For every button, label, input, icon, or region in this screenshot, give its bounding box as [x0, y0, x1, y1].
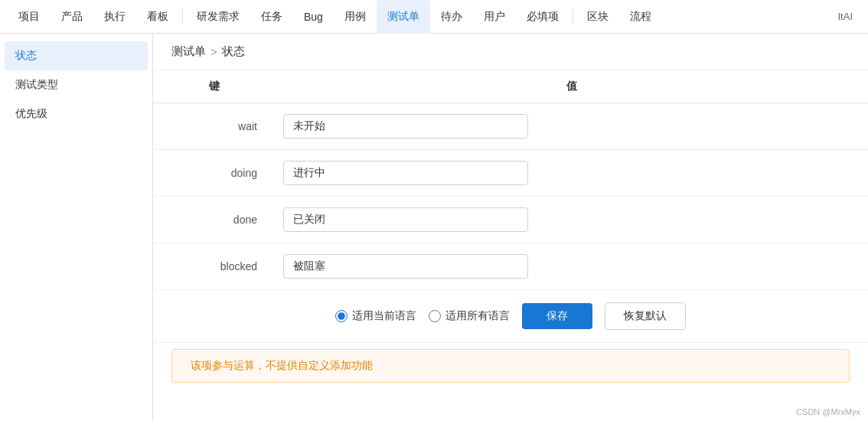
- nav-item-todo[interactable]: 待办: [430, 0, 473, 34]
- actions-row: 适用当前语言 适用所有语言 保存 恢复默认: [153, 290, 868, 343]
- table-header-key: 键: [153, 70, 276, 103]
- radio-current-input[interactable]: [335, 310, 348, 322]
- breadcrumb-parent[interactable]: 测试单: [171, 44, 206, 59]
- content-area: 测试单 > 状态 键 值 waitdoingdoneblocked 适用当前语言: [153, 34, 868, 421]
- nav-item-block[interactable]: 区块: [576, 0, 619, 34]
- restore-button[interactable]: 恢复默认: [605, 302, 686, 330]
- nav-item-usecase[interactable]: 用例: [334, 0, 377, 34]
- val-input-3[interactable]: [283, 254, 528, 279]
- nav-item-user[interactable]: 用户: [473, 0, 516, 34]
- config-table: 键 值 waitdoingdoneblocked: [153, 70, 868, 290]
- top-nav: 项目 产品 执行 看板 研发需求 任务 Bug 用例 测试单 待办 用户 必填项…: [0, 0, 868, 34]
- radio-all-text: 适用所有语言: [445, 309, 510, 323]
- nav-item-execute[interactable]: 执行: [93, 0, 136, 34]
- nav-item-rd[interactable]: 研发需求: [186, 0, 250, 34]
- sidebar-item-testtype[interactable]: 测试类型: [0, 70, 152, 100]
- val-input-2[interactable]: [283, 207, 528, 232]
- val-cell-3: [276, 243, 868, 290]
- radio-current-text: 适用当前语言: [352, 309, 416, 323]
- table-header-value: 值: [276, 70, 868, 103]
- key-cell-3: blocked: [153, 243, 276, 290]
- breadcrumb-current: 状态: [222, 44, 245, 59]
- nav-divider-2: [573, 9, 573, 24]
- key-cell-1: doing: [153, 150, 276, 197]
- table-row: blocked: [153, 243, 868, 290]
- nav-item-product[interactable]: 产品: [51, 0, 93, 34]
- nav-item-project[interactable]: 项目: [8, 0, 51, 34]
- val-cell-1: [276, 150, 868, 197]
- watermark: CSDN @MrxMyx: [796, 407, 860, 416]
- sidebar: 状态 测试类型 优先级: [0, 34, 153, 421]
- val-input-0[interactable]: [283, 114, 528, 139]
- breadcrumb-separator: >: [210, 45, 217, 58]
- table-row: doing: [153, 150, 868, 197]
- nav-item-testorder[interactable]: 测试单: [377, 0, 430, 34]
- sidebar-item-status[interactable]: 状态: [5, 41, 148, 70]
- warning-bar: 该项参与运算，不提供自定义添加功能: [171, 349, 850, 383]
- nav-item-task[interactable]: 任务: [250, 0, 293, 34]
- table-row: done: [153, 197, 868, 243]
- key-cell-2: done: [153, 197, 276, 243]
- val-cell-2: [276, 197, 868, 243]
- nav-item-board[interactable]: 看板: [136, 0, 179, 34]
- radio-all-input[interactable]: [429, 310, 441, 322]
- radio-group: 适用当前语言 适用所有语言: [335, 309, 510, 323]
- radio-all-label[interactable]: 适用所有语言: [429, 309, 510, 323]
- nav-divider-1: [182, 9, 183, 24]
- brand-label: ItAI: [830, 11, 860, 22]
- sidebar-item-priority[interactable]: 优先级: [0, 100, 152, 129]
- nav-item-flow[interactable]: 流程: [619, 0, 662, 34]
- val-input-1[interactable]: [283, 161, 528, 185]
- radio-current-label[interactable]: 适用当前语言: [335, 309, 416, 323]
- table-row: wait: [153, 103, 868, 150]
- save-button[interactable]: 保存: [522, 303, 592, 329]
- val-cell-0: [276, 103, 868, 150]
- breadcrumb: 测试单 > 状态: [153, 34, 868, 70]
- nav-item-required[interactable]: 必填项: [516, 0, 569, 34]
- nav-item-bug[interactable]: Bug: [293, 0, 334, 34]
- main-layout: 状态 测试类型 优先级 测试单 > 状态 键 值 waitdoingdonebl…: [0, 34, 868, 421]
- key-cell-0: wait: [153, 103, 276, 150]
